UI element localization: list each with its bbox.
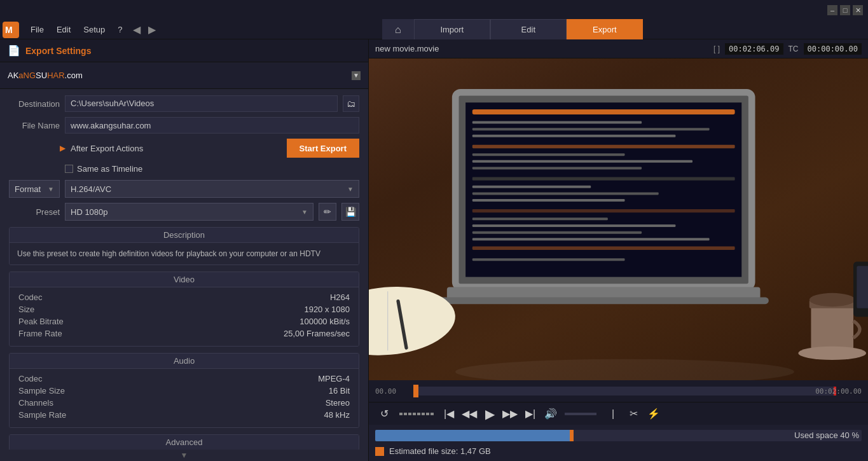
svg-rect-24 bbox=[472, 258, 625, 261]
audio-sample-size-label: Sample Size bbox=[18, 386, 65, 396]
codec-dropdown[interactable]: H.264/AVC ▼ bbox=[65, 180, 359, 198]
svg-rect-6 bbox=[472, 109, 735, 114]
brand-bar: AKaNGSUHAR.com ▼ bbox=[0, 62, 368, 89]
menu-bar: M File Edit Setup ? ◀ ▶ ⌂ Import Edit Ex… bbox=[0, 20, 868, 39]
video-codec-label: Codec bbox=[18, 292, 43, 302]
preset-edit-button[interactable]: ✏ bbox=[319, 203, 336, 221]
svg-rect-16 bbox=[472, 192, 659, 195]
audio-samplerate-row: Sample Rate 48 kHz bbox=[18, 410, 350, 420]
svg-rect-10 bbox=[472, 145, 735, 148]
tc-bracket-icon: [ ] bbox=[713, 45, 720, 53]
preset-dropdown[interactable]: HD 1080p ▼ bbox=[65, 203, 313, 221]
video-bitrate-label: Peak Bitrate bbox=[18, 317, 64, 326]
svg-rect-15 bbox=[472, 186, 591, 188]
back-button[interactable]: ◀ bbox=[129, 22, 144, 38]
svg-rect-17 bbox=[472, 199, 625, 202]
volume-slider[interactable] bbox=[565, 413, 596, 415]
preview-image bbox=[369, 58, 868, 380]
transport-right: | ✂ ⚡ bbox=[604, 405, 663, 423]
timeline-bar[interactable]: 00.00 00:02:00.00 bbox=[369, 380, 868, 402]
after-export-arrow-icon: ▶ bbox=[60, 144, 65, 153]
audio-codec-value: MPEG-4 bbox=[318, 374, 350, 383]
destination-label: Destination bbox=[9, 99, 60, 109]
same-timeline-label: Same as Timeline bbox=[77, 164, 142, 174]
advanced-title: Advanced bbox=[10, 435, 359, 450]
video-codec-value: H264 bbox=[330, 292, 350, 302]
export-button[interactable]: Export bbox=[567, 19, 643, 41]
timeline-start-marker bbox=[413, 387, 417, 396]
audio-channels-row: Channels Stereo bbox=[18, 398, 350, 408]
scroll-down-arrow[interactable]: ▼ bbox=[0, 450, 368, 461]
close-button[interactable]: ✕ bbox=[853, 5, 863, 15]
panel-header-title: Export Settings bbox=[25, 46, 91, 56]
transport-progress-dots bbox=[399, 413, 434, 415]
top-nav: ⌂ Import Edit Export bbox=[382, 19, 643, 41]
menu-edit[interactable]: Edit bbox=[50, 22, 77, 37]
minimize-button[interactable]: – bbox=[827, 5, 837, 15]
format-dropdown[interactable]: Format ▼ bbox=[9, 180, 60, 198]
svg-text:M: M bbox=[5, 25, 13, 35]
preview-placeholder bbox=[369, 58, 868, 380]
storage-container: Used space 40 % bbox=[369, 425, 868, 444]
audio-samplerate-value: 48 kHz bbox=[324, 410, 350, 420]
video-framerate-label: Frame Rate bbox=[18, 329, 62, 338]
cut-button[interactable]: ✂ bbox=[624, 405, 642, 423]
filename-input[interactable] bbox=[65, 117, 359, 134]
video-title: Video bbox=[10, 272, 359, 287]
audio-sample-size-value: 16 Bit bbox=[329, 386, 350, 396]
svg-rect-9 bbox=[472, 135, 676, 137]
step-back-button[interactable]: ◀◀ bbox=[460, 405, 478, 423]
audio-sample-size-row: Sample Size 16 Bit bbox=[18, 386, 350, 396]
svg-rect-20 bbox=[472, 224, 676, 227]
home-button[interactable]: ⌂ bbox=[382, 19, 414, 41]
main-layout: 📄 Export Settings AKaNGSUHAR.com ▼ Desti… bbox=[0, 39, 868, 461]
after-export-label[interactable]: After Export Actions bbox=[71, 144, 282, 153]
start-export-button[interactable]: Start Export bbox=[287, 139, 359, 158]
skip-to-start-button[interactable]: |◀ bbox=[440, 405, 458, 423]
destination-row: Destination C:\Users\suhAr\Videos 🗂 bbox=[9, 95, 359, 112]
filesize-dot-icon bbox=[375, 447, 384, 456]
video-codec-row: Codec H264 bbox=[18, 292, 350, 302]
preset-save-button[interactable]: 💾 bbox=[341, 203, 359, 221]
svg-rect-14 bbox=[472, 177, 735, 180]
svg-rect-30 bbox=[811, 304, 853, 350]
svg-rect-25 bbox=[447, 287, 761, 299]
timeline-track[interactable] bbox=[413, 387, 836, 396]
same-timeline-checkbox[interactable] bbox=[65, 165, 73, 173]
window-controls: – □ ✕ bbox=[827, 5, 863, 15]
svg-point-32 bbox=[809, 293, 855, 306]
split-button[interactable]: | bbox=[604, 405, 622, 423]
video-section: Video Codec H264 Size 1920 x 1080 Peak B… bbox=[9, 272, 359, 347]
same-timeline-row: Same as Timeline bbox=[65, 164, 359, 174]
svg-rect-26 bbox=[439, 298, 769, 305]
destination-folder-button[interactable]: 🗂 bbox=[343, 95, 359, 112]
forward-button[interactable]: ▶ bbox=[144, 22, 160, 38]
menu-file[interactable]: File bbox=[24, 22, 50, 37]
brand-collapse-button[interactable]: ▼ bbox=[352, 71, 361, 80]
panel-header: 📄 Export Settings bbox=[0, 39, 368, 62]
svg-rect-19 bbox=[472, 217, 608, 220]
step-forward-button[interactable]: ▶▶ bbox=[501, 405, 519, 423]
settings-button[interactable]: ⚡ bbox=[645, 405, 663, 423]
import-button[interactable]: Import bbox=[414, 19, 490, 41]
video-size-row: Size 1920 x 1080 bbox=[18, 305, 350, 314]
title-bar: – □ ✕ bbox=[0, 0, 868, 20]
skip-to-end-button[interactable]: ▶| bbox=[521, 405, 539, 423]
loop-button[interactable]: ↺ bbox=[375, 405, 393, 423]
preset-row: Preset HD 1080p ▼ ✏ 💾 bbox=[9, 203, 359, 221]
svg-rect-23 bbox=[472, 247, 735, 250]
edit-button[interactable]: Edit bbox=[490, 19, 567, 41]
export-settings-icon: 📄 bbox=[8, 45, 20, 57]
menu-setup[interactable]: Setup bbox=[77, 22, 111, 37]
format-label: Format bbox=[15, 184, 41, 194]
video-bitrate-row: Peak Bitrate 100000 kBit/s bbox=[18, 317, 350, 326]
menu-help-icon[interactable]: ? bbox=[111, 22, 128, 37]
svg-rect-7 bbox=[472, 121, 642, 124]
volume-button[interactable]: 🔊 bbox=[542, 405, 560, 423]
video-framerate-row: Frame Rate 25,00 Frames/sec bbox=[18, 329, 350, 338]
play-button[interactable]: ▶ bbox=[481, 405, 499, 423]
svg-rect-21 bbox=[472, 231, 642, 234]
svg-rect-18 bbox=[472, 209, 735, 212]
restore-button[interactable]: □ bbox=[840, 5, 850, 15]
audio-section: Audio Codec MPEG-4 Sample Size 16 Bit Ch… bbox=[9, 353, 359, 428]
